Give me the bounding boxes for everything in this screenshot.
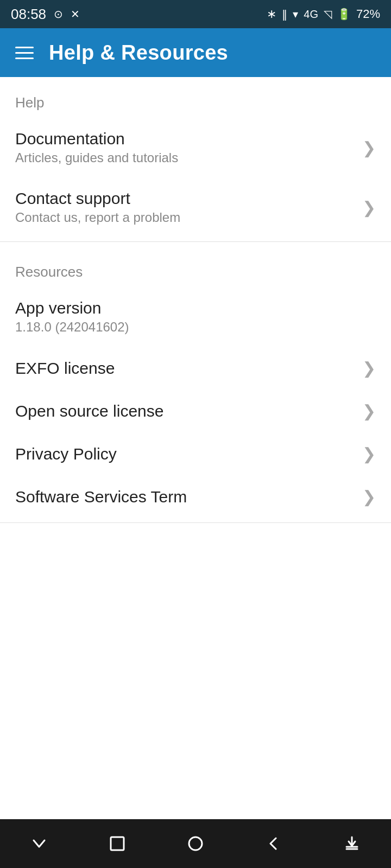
battery-percent: 72% (356, 7, 380, 21)
resources-section-label: Resources (0, 246, 391, 287)
content-area: Help Documentation Articles, guides and … (0, 77, 391, 819)
open-source-license-title: Open source license (15, 402, 164, 420)
help-section-label: Help (0, 77, 391, 118)
documentation-subtitle: Articles, guides and tutorials (15, 150, 178, 165)
contact-support-item[interactable]: Contact support Contact us, report a pro… (0, 177, 391, 237)
chevron-right-icon: ❯ (362, 444, 376, 463)
nav-chevron-down-button[interactable] (17, 827, 61, 860)
vibrate-icon: ‖ (282, 8, 287, 21)
chevron-right-icon: ❯ (362, 198, 376, 217)
status-left: 08:58 ⊙ ✕ (11, 6, 80, 23)
documentation-item[interactable]: Documentation Articles, guides and tutor… (0, 118, 391, 177)
svg-point-1 (189, 837, 202, 850)
app-bar: Help & Resources (0, 28, 391, 77)
battery-icon: 🔋 (337, 8, 351, 21)
nav-square-button[interactable] (96, 827, 139, 860)
contact-support-title: Contact support (15, 189, 180, 208)
open-source-license-text: Open source license (15, 402, 164, 420)
software-services-term-text: Software Services Term (15, 488, 187, 506)
contact-support-text: Contact support Contact us, report a pro… (15, 189, 180, 225)
documentation-title: Documentation (15, 130, 178, 148)
page-title: Help & Resources (49, 41, 228, 65)
status-icon-1: ⊙ (54, 8, 63, 21)
chevron-right-icon: ❯ (362, 138, 376, 157)
chevron-right-icon: ❯ (362, 487, 376, 506)
exfo-license-item[interactable]: EXFO license ❯ (0, 347, 391, 390)
chevron-right-icon: ❯ (362, 359, 376, 378)
chevron-right-icon: ❯ (362, 401, 376, 420)
software-services-term-item[interactable]: Software Services Term ❯ (0, 475, 391, 518)
documentation-text: Documentation Articles, guides and tutor… (15, 130, 178, 165)
privacy-policy-title: Privacy Policy (15, 445, 117, 463)
contact-support-subtitle: Contact us, report a problem (15, 210, 180, 225)
exfo-license-title: EXFO license (15, 359, 115, 378)
status-time: 08:58 (11, 6, 46, 23)
privacy-policy-text: Privacy Policy (15, 445, 117, 463)
app-version-item: App version 1.18.0 (242041602) (0, 287, 391, 347)
bottom-nav-bar (0, 819, 391, 868)
section-divider (0, 241, 391, 242)
signal-icon: ◹ (324, 8, 332, 21)
status-bar: 08:58 ⊙ ✕ ∗ ‖ ▾ 4G ◹ 🔋 72% (0, 0, 391, 28)
privacy-policy-item[interactable]: Privacy Policy ❯ (0, 432, 391, 475)
software-services-term-title: Software Services Term (15, 488, 187, 506)
nav-download-button[interactable] (330, 827, 374, 860)
wifi-icon: ▾ (293, 8, 298, 21)
app-version-value: 1.18.0 (242041602) (15, 320, 376, 335)
nav-back-button[interactable] (252, 827, 295, 860)
bottom-section-divider (0, 522, 391, 523)
status-right: ∗ ‖ ▾ 4G ◹ 🔋 72% (267, 7, 380, 21)
nav-home-button[interactable] (174, 827, 217, 860)
network-4g-icon: 4G (304, 8, 318, 21)
svg-rect-0 (111, 837, 124, 850)
status-icon-2: ✕ (71, 8, 80, 21)
app-version-title: App version (15, 299, 376, 317)
open-source-license-item[interactable]: Open source license ❯ (0, 390, 391, 432)
hamburger-menu-button[interactable] (15, 47, 34, 59)
exfo-license-text: EXFO license (15, 359, 115, 378)
bluetooth-icon: ∗ (267, 7, 276, 21)
